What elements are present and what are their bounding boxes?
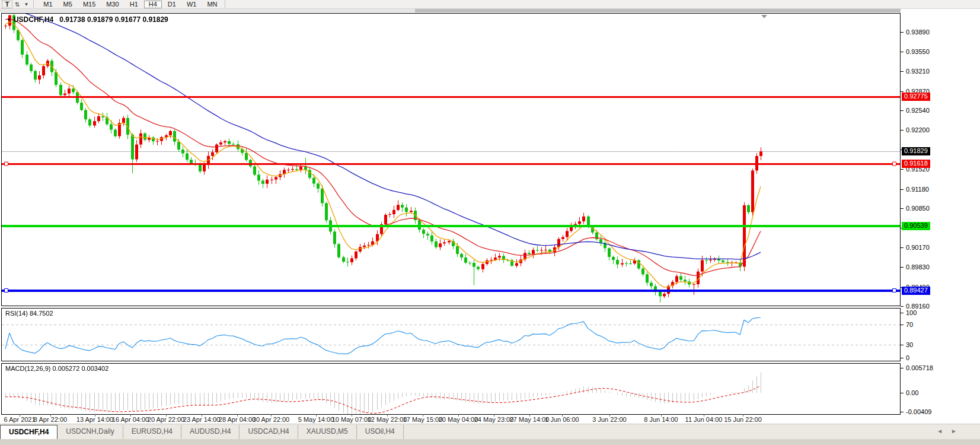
toolbar-separator bbox=[33, 1, 36, 8]
macd-axis-tick: 0.005718 bbox=[906, 364, 933, 371]
time-axis-label: 3 Jun 22:00 bbox=[592, 416, 627, 423]
time-axis-label: 16 Apr 04:00 bbox=[112, 416, 149, 423]
rsi-axis-tick: 0 bbox=[906, 354, 909, 361]
chart-title: ▼USDCHF,H40.91738 0.91879 0.91677 0.9182… bbox=[7, 15, 168, 24]
macd-indicator-pane: MACD(12,26,9) 0.005272 0.003402 bbox=[1, 363, 901, 415]
price-axis-tick-dash bbox=[901, 110, 904, 111]
tab-strip: USDCHF,H4USDCNH,DailyEURUSD,H4AUDUSD,H4U… bbox=[0, 425, 404, 439]
timeframe-button-h4[interactable]: H4 bbox=[144, 1, 162, 8]
time-axis-label: 6 Apr 2021 bbox=[4, 416, 35, 423]
price-axis-tick-dash bbox=[901, 52, 904, 52]
time-axis-label: 20 Apr 22:00 bbox=[148, 416, 184, 423]
time-axis-label: 10 May 07:00 bbox=[332, 416, 372, 423]
price-axis-tick: 0.93210 bbox=[906, 68, 930, 75]
chart-tab-usdcnh-daily[interactable]: USDCNH,Daily bbox=[58, 425, 123, 439]
time-axis-label: 15 Jun 22:00 bbox=[724, 416, 762, 423]
rsi-axis-tick: 70 bbox=[906, 321, 913, 328]
mt4-window: T ⇅ ▼ M1M5M15M30H1H4D1W1MN ▼USDCHF,H40.9… bbox=[0, 0, 980, 445]
timeframe-button-m30[interactable]: M30 bbox=[101, 1, 123, 8]
price-axis-tick: 0.91180 bbox=[906, 186, 929, 193]
scrollbar-thumb[interactable] bbox=[415, 9, 901, 12]
price-axis-tick-dash bbox=[901, 189, 904, 190]
time-axis-label: 12 May 22:00 bbox=[368, 416, 407, 423]
chart-tab-usoil-h4[interactable]: USOil,H4 bbox=[357, 425, 404, 439]
chart-tab-eurusd-h4[interactable]: EURUSD,H4 bbox=[123, 425, 181, 439]
chart-tab-audusd-h4[interactable]: AUDUSD,H4 bbox=[181, 425, 240, 439]
triangle-marker-icon: ▼ bbox=[7, 17, 11, 23]
rsi-axis-tick-dash bbox=[901, 345, 904, 345]
timeframe-button-mn[interactable]: MN bbox=[202, 1, 222, 8]
time-axis-label: 23 Apr 14:00 bbox=[183, 416, 220, 423]
price-badge: 0.90539 bbox=[902, 222, 930, 230]
chart-tab-xauusd-m5[interactable]: XAUUSD,M5 bbox=[298, 425, 357, 439]
chevron-down-icon[interactable]: ▼ bbox=[21, 2, 31, 7]
timeframe-button-group: M1M5M15M30H1H4D1W1MN bbox=[38, 1, 222, 8]
timeframe-button-m15[interactable]: M15 bbox=[78, 1, 100, 8]
time-axis-label: 28 Apr 04:00 bbox=[219, 416, 256, 423]
time-axis-label: 13 Apr 14:00 bbox=[76, 416, 113, 423]
price-axis-tick-dash bbox=[901, 306, 904, 307]
chart-tab-usdcad-h4[interactable]: USDCAD,H4 bbox=[240, 425, 298, 439]
macd-axis-tick: 0.00 bbox=[906, 389, 918, 396]
time-axis-label: 17 May 15:00 bbox=[403, 416, 443, 423]
time-axis-label: 30 Apr 22:00 bbox=[253, 416, 289, 423]
macd-axis-tick: -0.00409 bbox=[906, 408, 931, 415]
rsi-axis-tick-dash bbox=[901, 325, 904, 325]
timeframe-button-m1[interactable]: M1 bbox=[39, 1, 57, 8]
rsi-axis-tick: 30 bbox=[906, 341, 913, 348]
tab-scroll-right-icon[interactable]: ► bbox=[951, 428, 965, 434]
rsi-indicator-pane: RSI(14) 84.7502 bbox=[1, 308, 901, 361]
top-toolbar: T ⇅ ▼ M1M5M15M30H1H4D1W1MN bbox=[0, 0, 980, 9]
chart-horizontal-scrollbar[interactable] bbox=[0, 9, 980, 12]
text-tool-button[interactable]: T bbox=[2, 1, 12, 8]
time-axis-label: 27 May 14:00 bbox=[510, 416, 550, 423]
time-axis-label: 8 Jun 14:00 bbox=[644, 416, 678, 423]
sort-arrows-icon[interactable]: ⇅ bbox=[13, 1, 21, 8]
price-axis-tick-dash bbox=[901, 267, 904, 268]
price-axis-tick-dash bbox=[901, 169, 904, 170]
rsi-canvas[interactable] bbox=[2, 309, 900, 361]
time-axis-label: 5 May 14:00 bbox=[298, 416, 334, 423]
timeframe-button-h1[interactable]: H1 bbox=[125, 1, 143, 8]
time-axis-label: 8 Apr 22:00 bbox=[34, 416, 67, 423]
rsi-axis-tick-dash bbox=[901, 313, 904, 313]
time-axis-label: 11 Jun 04:00 bbox=[685, 416, 723, 423]
price-badge: 0.92775 bbox=[902, 93, 930, 101]
price-axis-tick: 0.93890 bbox=[906, 28, 930, 36]
timeframe-button-m5[interactable]: M5 bbox=[59, 1, 77, 8]
price-axis: 0.938900.935500.932100.928700.925400.922… bbox=[901, 9, 980, 424]
price-axis-tick: 0.92540 bbox=[906, 107, 930, 114]
chart-tab-bar: USDCHF,H4USDCNH,DailyEURUSD,H4AUDUSD,H4U… bbox=[0, 424, 980, 439]
rsi-axis-tick-dash bbox=[901, 358, 904, 358]
rsi-axis-tick: 100 bbox=[906, 309, 917, 316]
toolbar-separator bbox=[225, 1, 227, 8]
price-axis-tick: 0.90170 bbox=[906, 244, 930, 251]
price-badge: 0.89427 bbox=[902, 287, 930, 295]
macd-axis-tick-dash bbox=[901, 368, 904, 368]
price-badge: 0.91829 bbox=[902, 147, 930, 155]
time-axis: 6 Apr 20218 Apr 22:0013 Apr 14:0016 Apr … bbox=[0, 415, 901, 424]
macd-axis-tick-dash bbox=[901, 412, 904, 412]
statusbar-strip bbox=[0, 439, 980, 445]
macd-axis-tick-dash bbox=[901, 393, 904, 393]
main-chart-pane: ▼USDCHF,H40.91738 0.91879 0.91677 0.9182… bbox=[1, 13, 901, 306]
price-axis-tick: 0.92200 bbox=[906, 126, 930, 134]
price-axis-tick-dash bbox=[901, 130, 904, 131]
tab-scroll-arrows: ◄► bbox=[937, 428, 965, 434]
price-axis-tick-dash bbox=[901, 91, 904, 92]
macd-canvas[interactable] bbox=[2, 364, 900, 414]
chart-tab-usdchf-h4[interactable]: USDCHF,H4 bbox=[0, 425, 58, 439]
main-chart-canvas[interactable] bbox=[2, 14, 900, 306]
price-axis-tick-dash bbox=[901, 32, 904, 33]
price-badge: 0.91618 bbox=[902, 160, 930, 168]
chart-symbol-label: USDCHF,H4 bbox=[14, 15, 53, 24]
price-axis-tick-dash bbox=[901, 208, 904, 209]
timeframe-button-w1[interactable]: W1 bbox=[182, 1, 202, 8]
time-axis-label: 1 Jun 06:00 bbox=[545, 416, 579, 423]
macd-label: MACD(12,26,9) 0.005272 0.003402 bbox=[5, 365, 108, 372]
timeframe-button-d1[interactable]: D1 bbox=[163, 1, 181, 8]
rsi-label: RSI(14) 84.7502 bbox=[5, 310, 53, 317]
chart-ohlc-values: 0.91738 0.91879 0.91677 0.91829 bbox=[59, 15, 168, 24]
tab-scroll-left-icon[interactable]: ◄ bbox=[937, 428, 951, 434]
price-axis-tick: 0.93550 bbox=[906, 48, 930, 55]
